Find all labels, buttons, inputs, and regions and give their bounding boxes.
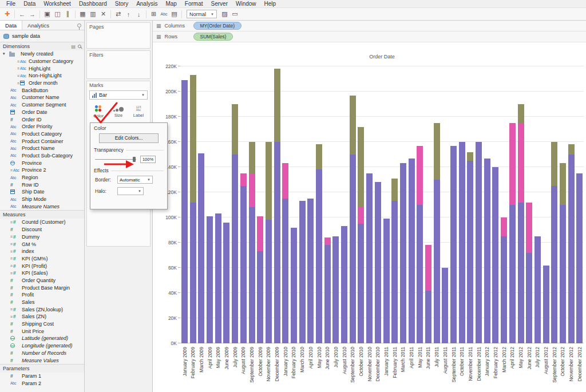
bar-segment[interactable] [249, 173, 255, 207]
dimension-field[interactable]: AbcProduct Category [0, 130, 84, 138]
bar-segment[interactable] [526, 203, 532, 253]
dimension-field[interactable]: AbcProduct Sub-Category [0, 152, 84, 160]
bar-segment[interactable] [324, 237, 331, 245]
parameter-field[interactable]: AbcParam 2 [0, 380, 84, 387]
tab-data[interactable]: Data [0, 21, 22, 30]
menu-map[interactable]: Map [161, 0, 180, 8]
fit-dropdown[interactable]: Normal▼ [187, 10, 217, 18]
highlight-icon[interactable]: ▨ [220, 10, 229, 19]
bar-segment[interactable] [291, 228, 297, 343]
dimension-field[interactable]: AbcRegion [0, 174, 84, 181]
bar-segment[interactable] [560, 205, 566, 343]
bar-segment[interactable] [324, 245, 331, 343]
size-button[interactable]: Size [110, 103, 127, 121]
bar-segment[interactable] [509, 123, 516, 205]
label-button[interactable]: 123Abc Label [130, 103, 147, 121]
bar-segment[interactable] [492, 167, 498, 343]
measure-field[interactable]: =#KPI (GM%) [0, 255, 84, 263]
bar-segment[interactable] [207, 216, 213, 343]
measure-field[interactable]: #Sales [0, 299, 84, 306]
bar-segment[interactable] [266, 142, 272, 220]
bar-segment[interactable] [391, 201, 398, 343]
measure-field[interactable]: =#Dummy [0, 233, 84, 241]
expander-icon[interactable]: ▾ [3, 52, 7, 56]
measure-field[interactable]: #Number of Records [0, 350, 84, 357]
menu-window[interactable]: Window [232, 0, 260, 8]
dimension-field[interactable]: =Order month [0, 80, 84, 87]
bar-segment[interactable] [190, 203, 196, 343]
tableau-logo-icon[interactable]: ✚ [2, 10, 12, 19]
duplicate-icon[interactable]: ▥ [88, 10, 98, 19]
undo-icon[interactable]: ← [17, 10, 27, 19]
dimension-field[interactable]: AbcMeasure Names [0, 203, 84, 210]
bar-segment[interactable] [501, 236, 507, 343]
bar-segment[interactable] [518, 104, 524, 123]
dimension-field[interactable]: #Order ID [0, 116, 84, 123]
bar-segment[interactable] [568, 155, 575, 343]
bar-segment[interactable] [425, 245, 431, 290]
bar-segment[interactable] [551, 142, 557, 186]
measure-field[interactable]: =#Countd (Customer) [0, 219, 84, 226]
bar-segment[interactable] [383, 219, 390, 343]
dimension-field[interactable]: AbcProduct Name [0, 145, 84, 152]
dimension-field[interactable]: =AbcCustomer Category [0, 58, 84, 65]
bar-segment[interactable] [425, 291, 431, 343]
find-field-icon[interactable] [78, 45, 81, 48]
bar-segment[interactable] [240, 186, 247, 343]
dimension-field[interactable]: =AbcNon-HighLight [0, 72, 84, 80]
dimension-field[interactable]: Province [0, 159, 84, 167]
bar-segment[interactable] [375, 182, 381, 343]
bar-segment[interactable] [409, 159, 415, 343]
dimension-field[interactable]: Order Date [0, 109, 84, 116]
tab-analytics[interactable]: Analytics [22, 21, 54, 30]
bar-segment[interactable] [232, 104, 238, 155]
menu-format[interactable]: Format [181, 0, 207, 8]
menu-worksheet[interactable]: Worksheet [39, 0, 75, 8]
group-members-icon[interactable]: ⊞ [149, 10, 159, 19]
measure-field[interactable]: #Discount [0, 226, 84, 233]
bar-segment[interactable] [391, 179, 398, 201]
bar-segment[interactable] [484, 159, 490, 343]
bar-segment[interactable] [560, 163, 566, 205]
bar-segment[interactable] [266, 220, 272, 343]
bar-segment[interactable] [332, 236, 339, 343]
bar-segment[interactable] [257, 251, 263, 343]
bar-segment[interactable] [450, 146, 457, 343]
bar-segment[interactable] [249, 207, 255, 343]
menu-data[interactable]: Data [19, 0, 39, 8]
dimension-field[interactable]: AbcShip Mode [0, 196, 84, 203]
dimension-field[interactable]: ▾Newly created [0, 50, 84, 58]
bar-segment[interactable] [274, 69, 280, 142]
columns-shelf[interactable]: ▦ Columns MY(Order Date) [153, 21, 586, 31]
color-button[interactable]: Color [90, 103, 107, 121]
bar-segment[interactable] [400, 163, 406, 343]
menu-story[interactable]: Story [111, 0, 132, 8]
measure-field[interactable]: #Measure Values [0, 357, 84, 364]
redo-icon[interactable]: → [27, 10, 37, 19]
bar-segment[interactable] [232, 155, 238, 343]
transparency-slider[interactable] [95, 157, 136, 162]
measure-field[interactable]: Longitude (generated) [0, 342, 84, 350]
measure-field[interactable]: #Shipping Cost [0, 320, 84, 328]
bar-segment[interactable] [434, 180, 440, 343]
data-connection[interactable]: sample data [0, 30, 84, 42]
bar-segment[interactable] [518, 203, 524, 343]
bar-segment[interactable] [467, 161, 473, 343]
bar-segment[interactable] [358, 127, 364, 208]
dimension-field[interactable]: AbcCustomer Segment [0, 101, 84, 109]
bar-segment[interactable] [341, 226, 347, 343]
halo-dropdown[interactable]: ▼ [117, 187, 144, 195]
bar-segment[interactable] [417, 205, 423, 343]
measure-field[interactable]: =#KPI (Sales) [0, 270, 84, 277]
save-icon[interactable]: ▣ [42, 10, 52, 19]
bar-segment[interactable] [299, 201, 306, 343]
measure-field[interactable]: =#GM % [0, 240, 84, 248]
fix-axes-icon[interactable]: ▤ [169, 10, 179, 19]
bar-segment[interactable] [358, 207, 364, 224]
measure-field[interactable]: #Profit [0, 291, 84, 299]
bar-segment[interactable] [316, 144, 322, 169]
transparency-value[interactable]: 100% [140, 156, 156, 163]
bar-segment[interactable] [551, 186, 557, 343]
dimension-field[interactable]: AbcCustomer Name [0, 94, 84, 101]
bar-segment[interactable] [568, 144, 575, 155]
